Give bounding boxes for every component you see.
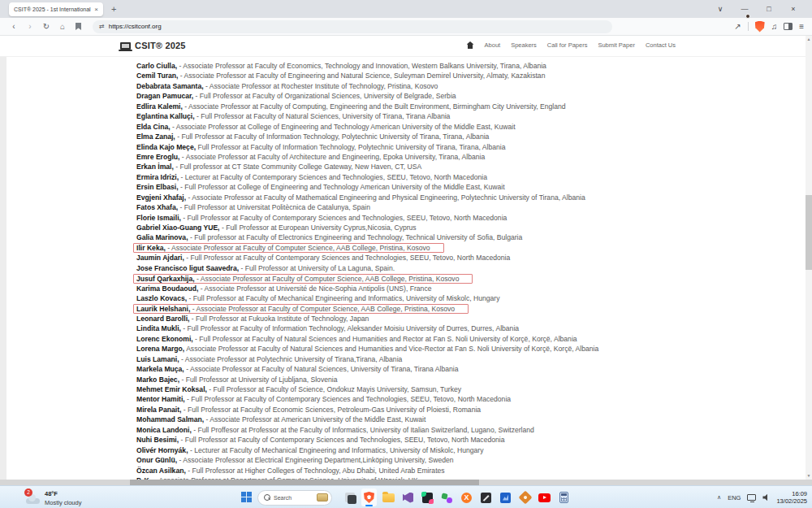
nav-submit-paper[interactable]: Submit Paper (598, 41, 634, 49)
member-affiliation: - Full professor at Faculty of Electroni… (188, 233, 523, 241)
committee-row: Mohammad Salman, - Associate Professor a… (136, 415, 806, 424)
speaker-icon[interactable] (762, 494, 770, 501)
committee-row: Luis Lamani, - Associate Professor at Po… (136, 354, 806, 364)
brave-shield-icon[interactable] (755, 21, 765, 33)
new-tab-button[interactable]: + (111, 4, 116, 14)
member-name: Dragan Pamucar, (136, 92, 193, 100)
member-name: Onur Günlü, (136, 456, 177, 464)
nav-about[interactable]: About (485, 41, 501, 49)
forward-icon[interactable]: › (23, 22, 37, 31)
blue-app-icon[interactable] (498, 488, 513, 506)
taskbar-search[interactable]: Search (257, 490, 332, 506)
committee-row: Elinda Kajo Meçe, Full Professor at Facu… (136, 142, 806, 152)
member-name: Lindita Mukli, (136, 324, 181, 332)
committee-row: Emre Eroglu, - Associate Professor at Fa… (136, 152, 806, 162)
calculator-icon[interactable] (556, 488, 572, 506)
member-affiliation: - Full Professor at University of Ljublj… (179, 376, 337, 384)
member-name: Debabrata Samanta, (136, 82, 204, 90)
member-affiliation: - Associate Professor at College of Engi… (171, 123, 516, 131)
shield-badge (745, 14, 750, 19)
committee-row: Lorenc Ekonomi, - Full Professor at Facu… (136, 334, 806, 344)
task-view-icon[interactable] (342, 488, 357, 506)
member-affiliation: - Full Professor at Faculty of Informati… (175, 132, 490, 141)
nav-home-icon[interactable] (467, 41, 474, 49)
committee-row: Mirela Panait, - Full Professor at Facul… (136, 405, 806, 415)
taskbar-clock[interactable]: 16:09 13/02/2025 (776, 490, 807, 505)
member-name: Marko Bajec, (136, 376, 179, 384)
vertical-scrollbar[interactable]: ▲ ▼ (806, 36, 812, 480)
horizontal-scrollbar[interactable] (0, 480, 812, 485)
member-name: Ilir Keka, (136, 244, 166, 252)
share-icon[interactable]: ↗ (734, 22, 741, 31)
windows-taskbar: 2 48°F Mostly cloudy Search X ∧ ENG 16:0… (0, 485, 812, 508)
menu-icon[interactable]: ≡ (799, 22, 804, 31)
member-name: Mohammad Salman, (136, 415, 204, 423)
member-affiliation: - Lecturer at Faculty of Contemporary Sc… (179, 173, 487, 181)
scroll-up-icon[interactable]: ▲ (806, 36, 812, 43)
browser-tab[interactable]: CSIT® 2025 - 1st International × (9, 2, 103, 16)
committee-row: Florie Ismaili, - Full Professor at Facu… (136, 213, 806, 223)
page-margin (0, 57, 6, 480)
member-affiliation: - Full Professor at Faculty of Economic … (181, 406, 481, 414)
committee-row: Carlo Ciulla, - Associate Professor at F… (136, 61, 806, 71)
media-icon[interactable]: ♫ (771, 22, 778, 31)
start-button[interactable] (241, 492, 253, 503)
tab-close-icon[interactable]: × (94, 6, 98, 13)
nav-speakers[interactable]: Speakers (511, 41, 537, 49)
member-affiliation: - Full Professor at Faculty of Contempor… (181, 214, 507, 222)
member-name: Mehmet Emir Koksal, (136, 385, 207, 393)
brave-icon[interactable] (361, 488, 377, 506)
member-affiliation: - Full Professor at Faculty of Contempor… (184, 254, 510, 262)
maximize-icon[interactable]: □ (757, 5, 781, 13)
member-name: Ermira Idrizi, (136, 173, 179, 181)
horizontal-scroll-thumb[interactable] (130, 480, 479, 485)
member-name: Laurik Helshani, (136, 305, 190, 313)
home-icon[interactable]: ⌂ (55, 22, 70, 31)
member-affiliation: - Full Professor at Faculty of Natural S… (193, 335, 577, 343)
nav-contact-us[interactable]: Contact Us (646, 41, 676, 49)
plugin-icon[interactable] (439, 488, 455, 506)
back-icon[interactable]: ‹ (6, 22, 21, 31)
member-name: Emre Eroglu, (136, 153, 179, 161)
tab-strip: CSIT® 2025 - 1st International × + ∨ — □… (0, 0, 812, 18)
vertical-scroll-thumb[interactable] (806, 195, 812, 270)
site-settings-icon[interactable]: ⇄ (99, 23, 105, 30)
youtube-icon[interactable] (537, 488, 552, 506)
language-indicator[interactable]: ENG (728, 494, 741, 501)
scroll-down-icon[interactable]: ▼ (806, 472, 812, 480)
member-affiliation: - Associate Professor at Faculty of Comp… (190, 305, 455, 313)
sidebar-icon[interactable] (784, 23, 793, 30)
member-affiliation: - Associate Professor at Faculty of Engi… (178, 72, 545, 80)
minimize-icon[interactable]: — (732, 5, 757, 13)
member-affiliation: Associate Professor at Faculty of Natura… (184, 345, 598, 353)
committee-row: Galia Marinova, - Full professor at Facu… (136, 232, 806, 242)
member-name: Evgjeni Xhafaj, (136, 193, 186, 202)
weather-widget[interactable]: 2 48°F Mostly cloudy (24, 488, 81, 506)
url-bar[interactable]: ⇄ https://csitconf.org (93, 20, 612, 33)
nav-call-for-papers[interactable]: Call for Papers (547, 41, 588, 49)
member-affiliation: - Full Professor at Faculty of Informati… (181, 324, 519, 332)
file-explorer-icon[interactable] (381, 488, 396, 506)
member-name: Jusuf Qarkaxhija, (136, 275, 195, 283)
member-name: Elma Zanaj, (136, 132, 175, 141)
site-logo[interactable]: CSIT® 2025 (120, 41, 186, 50)
code-editor-icon[interactable] (478, 488, 494, 506)
reload-icon[interactable]: ↻ (39, 22, 54, 31)
member-affiliation: - Associate Professor at Faculty of Math… (186, 193, 585, 202)
member-affiliation: - Lecturer at Faculty of Mechanical Engi… (188, 446, 484, 454)
visual-studio-icon[interactable] (400, 488, 416, 506)
committee-row: Dragan Pamucar, - Full Professor at Facu… (136, 91, 806, 101)
compass-app-icon[interactable] (517, 488, 533, 506)
tray-chevron-icon[interactable]: ∧ (717, 494, 721, 501)
search-icon (264, 494, 270, 501)
network-icon[interactable] (747, 494, 756, 501)
window-menu-icon[interactable]: ∨ (708, 5, 732, 13)
pycharm-icon[interactable] (420, 488, 435, 506)
member-affiliation: - Full Professor at Faculty of Natural S… (195, 112, 451, 120)
bookmark-icon[interactable] (76, 23, 81, 30)
member-name: Jose Francisco ligut Saavedra, (136, 264, 239, 272)
committee-row: Laszlo Kovacs, - Full Professor at Facul… (136, 293, 806, 303)
close-icon[interactable]: × (781, 5, 806, 13)
xampp-icon[interactable]: X (459, 488, 474, 506)
member-name: Karima Boudaoud, (136, 284, 198, 293)
